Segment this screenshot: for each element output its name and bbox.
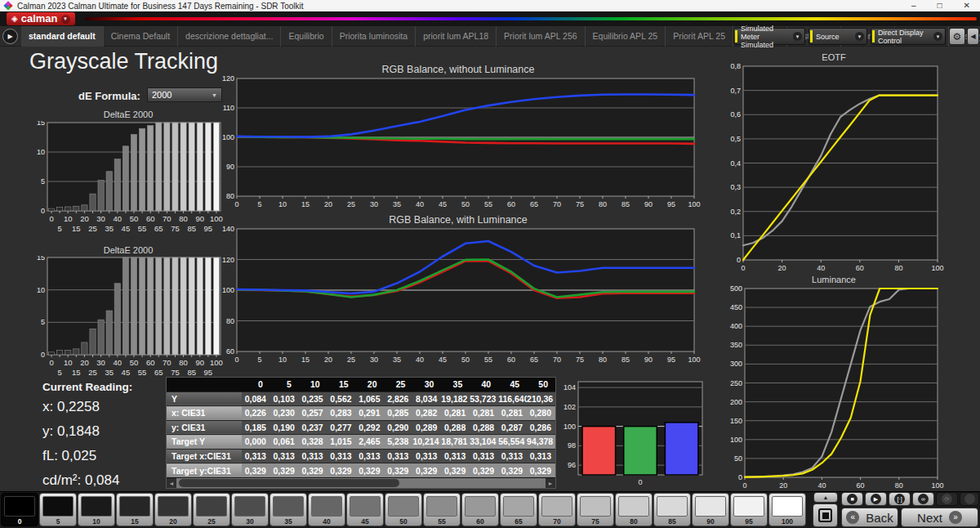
svg-text:104: 104 xyxy=(564,383,576,392)
scroll-right-icon[interactable]: ► xyxy=(546,478,555,488)
next-button-label: Next xyxy=(917,511,942,525)
svg-text:80: 80 xyxy=(895,481,903,490)
layout-tab[interactable]: Priorita luminosita xyxy=(332,26,416,47)
current-reading-heading: Current Reading: xyxy=(42,381,132,393)
continuous-measure-button[interactable]: ∞ xyxy=(912,492,934,506)
pattern-step-button[interactable]: 55 xyxy=(423,493,461,526)
gray-swatch xyxy=(733,496,764,517)
display-control-dropdown[interactable]: Direct Display Control ▼ xyxy=(871,28,946,45)
single-measure-button[interactable]: [·] xyxy=(889,492,911,506)
minimize-button[interactable]: – xyxy=(911,0,916,11)
pattern-window-button[interactable] xyxy=(813,503,838,527)
de-formula-dropdown[interactable]: 2000 ▼ xyxy=(147,87,222,102)
luminance-plot: 0501001502002503003504004505000204060801… xyxy=(722,285,946,490)
meter-dropdown[interactable]: Simulated Meter Simulated ▼ xyxy=(733,28,805,45)
layout-tab[interactable]: Cinema Default xyxy=(104,26,178,47)
refresh-button[interactable]: ⟳ xyxy=(936,492,958,506)
meter-status-stripe xyxy=(735,30,737,43)
svg-text:10: 10 xyxy=(37,148,45,156)
svg-text:75: 75 xyxy=(576,200,584,208)
svg-text:20: 20 xyxy=(80,214,89,223)
svg-text:40: 40 xyxy=(416,356,424,364)
pattern-step-button[interactable]: 25 xyxy=(193,493,230,526)
svg-text:55: 55 xyxy=(484,200,492,208)
pattern-step-button[interactable]: 65 xyxy=(500,493,537,526)
close-button[interactable]: ✕ xyxy=(964,0,970,11)
pattern-step-button[interactable]: 75 xyxy=(577,493,614,526)
layout-tab[interactable]: Priorit lum APL 256 xyxy=(497,26,586,47)
row-label: Target Y xyxy=(167,435,242,450)
pattern-step-button[interactable]: 45 xyxy=(346,493,384,526)
current-reading-value: cd/m²: 0,084 xyxy=(42,472,132,489)
pattern-step-button[interactable]: 15 xyxy=(116,493,154,526)
single-measure-icon: [·] xyxy=(894,494,905,504)
circle-icon xyxy=(964,494,975,504)
row-label: x: CIE31 xyxy=(167,406,242,421)
stop-measure-button[interactable]: ■ xyxy=(841,492,863,506)
gray-swatch xyxy=(158,496,189,517)
pattern-step-button[interactable]: 70 xyxy=(538,493,576,526)
pattern-step-label: 75 xyxy=(591,517,599,526)
svg-text:100: 100 xyxy=(931,264,943,272)
play-icon: ▶ xyxy=(871,494,881,504)
svg-text:95: 95 xyxy=(667,356,675,364)
scrollbar-thumb[interactable] xyxy=(179,479,399,487)
back-button[interactable]: « Back xyxy=(841,508,898,527)
pattern-step-label: 55 xyxy=(438,517,445,526)
layout-tab[interactable]: Priorit APL 25 xyxy=(666,26,733,47)
pattern-step-button[interactable]: 30 xyxy=(231,493,269,526)
chevrons-right-icon: » xyxy=(949,511,962,524)
pattern-step-button[interactable]: 35 xyxy=(270,493,307,526)
pattern-step-button[interactable]: 60 xyxy=(461,493,499,526)
svg-text:40: 40 xyxy=(114,214,122,223)
settings-button[interactable]: ⚙ xyxy=(949,28,965,45)
svg-text:65: 65 xyxy=(530,200,538,208)
start-measure-button[interactable]: ▶ xyxy=(865,492,887,506)
maximize-button[interactable]: □ xyxy=(938,0,942,11)
pattern-step-button[interactable]: 10 xyxy=(78,493,115,526)
pattern-step-button[interactable]: 0 xyxy=(1,493,38,526)
pattern-bottom-bar: 0510152025303540455055606570758085909510… xyxy=(0,491,980,528)
pattern-step-button[interactable]: 80 xyxy=(615,493,653,526)
next-button[interactable]: Next » xyxy=(901,508,978,527)
pattern-step-button[interactable]: 85 xyxy=(653,493,691,526)
layout-tab[interactable]: Equilibrio APL 25 xyxy=(586,26,666,47)
svg-text:35: 35 xyxy=(393,200,401,208)
pattern-step-button[interactable]: 20 xyxy=(154,493,192,526)
infinity-icon: ∞ xyxy=(918,494,929,504)
svg-text:80: 80 xyxy=(599,200,607,208)
svg-text:98: 98 xyxy=(568,441,576,450)
layout-tab[interactable]: standard default xyxy=(21,26,104,47)
run-button[interactable]: ▶ xyxy=(2,29,18,44)
svg-text:150: 150 xyxy=(730,417,742,425)
chevron-down-icon: ▼ xyxy=(855,32,864,41)
pattern-step-label: 20 xyxy=(169,517,176,526)
svg-text:0: 0 xyxy=(738,473,742,481)
pattern-strip-expand-button[interactable]: ▲ xyxy=(813,492,838,503)
pattern-step-button[interactable]: 40 xyxy=(308,493,345,526)
gray-swatch xyxy=(618,496,649,517)
chart-title: RGB Balance, without Luminance xyxy=(216,64,701,75)
table-horizontal-scrollbar[interactable]: ◄ ► xyxy=(167,478,555,488)
svg-text:0: 0 xyxy=(742,481,746,490)
layout-tab[interactable]: priorit lum APL18 xyxy=(416,26,497,47)
svg-text:0,2: 0,2 xyxy=(730,208,741,216)
source-dropdown[interactable]: Source ▼ xyxy=(808,28,867,45)
table-header-row: 05101520253035404550 xyxy=(167,378,555,392)
pattern-step-button[interactable]: 5 xyxy=(39,493,77,526)
pattern-step-button[interactable]: 50 xyxy=(385,493,422,526)
svg-text:35: 35 xyxy=(105,224,114,233)
pattern-step-button[interactable]: 95 xyxy=(730,493,768,526)
pattern-step-label: 25 xyxy=(207,517,215,526)
gray-swatch xyxy=(657,496,688,517)
layout-tab[interactable]: Equilibrio xyxy=(281,26,332,47)
calman-logo-menu[interactable]: ◈ calman ▼ xyxy=(7,12,75,25)
back-button-label: Back xyxy=(866,511,893,525)
layout-tab[interactable]: descrizione dettagliat... xyxy=(178,26,281,47)
pattern-step-button[interactable]: 90 xyxy=(692,493,729,526)
pattern-step-label: 30 xyxy=(246,517,253,526)
pattern-step-button[interactable]: 100 xyxy=(768,493,806,526)
scroll-left-icon[interactable]: ◄ xyxy=(167,478,176,488)
deltae-chart-top: DeltaE 2000 0510150102030405060708090100… xyxy=(29,110,227,235)
collapse-panel-button[interactable]: ◀ xyxy=(967,28,979,45)
